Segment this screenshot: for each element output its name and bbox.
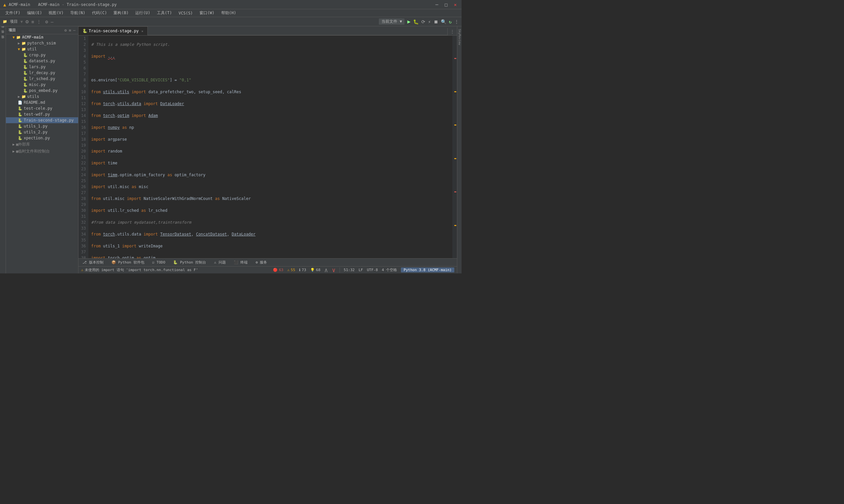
tree-item-train-second[interactable]: 🐍 Train-second-stage.py bbox=[6, 117, 78, 123]
folder-utils-icon: ▶ bbox=[18, 94, 20, 99]
scroll-up-icon[interactable]: ∧ bbox=[324, 267, 328, 273]
code-line-8: import numpy as np bbox=[91, 125, 450, 130]
ln-2: 2 bbox=[81, 41, 86, 48]
sidebar-tab-structure[interactable]: 结构 bbox=[0, 29, 5, 32]
menu-run[interactable]: 运行(U) bbox=[133, 10, 153, 16]
window-controls: ─ □ ✕ bbox=[434, 2, 458, 7]
tree-item-utils2[interactable]: 🐍 utils_2.py bbox=[6, 129, 78, 135]
tree-item-temp-files[interactable]: ▶ ▩ 临时文件和控制台 bbox=[6, 148, 78, 155]
tree-label-lars: lars.py bbox=[29, 65, 46, 69]
ext-libs-indicator: ▩ bbox=[16, 142, 18, 147]
menu-code[interactable]: 代码(C) bbox=[89, 10, 110, 16]
menu-help[interactable]: 帮助(H) bbox=[219, 10, 239, 16]
menu-vcs[interactable]: VCS(S) bbox=[176, 10, 195, 16]
sidebar-tab-bookmark[interactable]: 书签 bbox=[0, 34, 5, 37]
menu-dots[interactable]: ⋮ bbox=[454, 19, 459, 24]
tree-item-lr-sched[interactable]: 🐍 lr_sched.py bbox=[6, 76, 78, 82]
scroll-down-icon[interactable]: ∨ bbox=[332, 267, 335, 273]
restore-button[interactable]: □ bbox=[443, 2, 449, 7]
tree-item-pos-embed[interactable]: 🐍 pos_embed.py bbox=[6, 88, 78, 93]
tab-file-icon: 🐍 bbox=[82, 29, 87, 33]
tree-item-utils[interactable]: ▶ 📁 utils bbox=[6, 93, 78, 100]
tree-label-pytorch-ssim: pytorch_ssim bbox=[28, 41, 56, 46]
cursor-position[interactable]: 51:32 bbox=[344, 268, 355, 272]
filetree-collapse-icon[interactable]: — bbox=[73, 28, 75, 33]
settings-icon[interactable]: ⚙ bbox=[25, 18, 29, 25]
tree-item-readme[interactable]: 📄 README.md bbox=[6, 100, 78, 105]
python-version-indicator[interactable]: Python 3.8 (ACMF-main) bbox=[401, 268, 454, 272]
indent[interactable]: 4 个空格 bbox=[382, 268, 397, 272]
hide-icon[interactable]: — bbox=[51, 19, 53, 24]
encoding[interactable]: UTF-8 bbox=[367, 268, 378, 272]
filetree-actions: ⚙ ≡ — bbox=[64, 28, 75, 33]
tree-item-xpection[interactable]: 🐍 xpection.py bbox=[6, 135, 78, 141]
tree-item-util[interactable]: ▼ 📁 util bbox=[6, 46, 78, 52]
bottom-tab-terminal[interactable]: ⬛ 终端 bbox=[232, 259, 249, 266]
tab-close-button[interactable]: ✕ bbox=[141, 29, 143, 33]
tree-item-crop[interactable]: 🐍 crop.py bbox=[6, 52, 78, 58]
ln-14: 14 bbox=[81, 113, 86, 119]
menu-view[interactable]: 视图(V) bbox=[46, 10, 66, 16]
code-line-2: import ... bbox=[91, 53, 450, 59]
tree-item-datasets[interactable]: 🐍 datasets.py bbox=[6, 58, 78, 64]
menu-refactor[interactable]: 重构(B) bbox=[111, 10, 131, 16]
filetree-settings-icon[interactable]: ⚙ bbox=[64, 28, 67, 33]
bottom-tab-problems[interactable]: ⚠ 问题 bbox=[213, 259, 227, 266]
tree-item-external-libs[interactable]: ▶ ▩ 外部库 bbox=[6, 141, 78, 148]
py-xpection-icon: 🐍 bbox=[18, 136, 22, 140]
ln-21: 21 bbox=[81, 154, 86, 160]
collapse-icon[interactable]: ⋮ bbox=[37, 19, 41, 24]
py-posembed-icon: 🐍 bbox=[23, 89, 28, 93]
debug-button[interactable]: 🐛 bbox=[413, 19, 419, 24]
menu-edit[interactable]: 编辑(E) bbox=[24, 10, 45, 16]
tree-item-acmf[interactable]: ▼ 📁 ACMF-main bbox=[6, 34, 78, 40]
code-line-3 bbox=[91, 65, 450, 71]
menu-navigate[interactable]: 导航(N) bbox=[68, 10, 88, 16]
tree-item-lars[interactable]: 🐍 lars.py bbox=[6, 64, 78, 70]
search-button[interactable]: 🔍 bbox=[441, 19, 446, 24]
sync-button[interactable]: ↻ bbox=[449, 19, 452, 24]
menu-window[interactable]: 窗口(W) bbox=[197, 10, 217, 16]
menu-file[interactable]: 文件(F) bbox=[3, 10, 23, 16]
menu-tools[interactable]: 工具(T) bbox=[154, 10, 175, 16]
close-button[interactable]: ✕ bbox=[452, 2, 458, 7]
code-content[interactable]: # This is a sample Python script. import… bbox=[88, 36, 452, 258]
title-file: Train-second-stage.py bbox=[67, 2, 117, 7]
tree-item-pytorch-ssim[interactable]: ▶ 📁 pytorch_ssim bbox=[6, 40, 78, 46]
tree-item-lr-decay[interactable]: 🐍 lr_decay.py bbox=[6, 70, 78, 76]
temp-files-icon: ▶ bbox=[13, 149, 15, 154]
stop-button[interactable]: ⏹ bbox=[433, 19, 438, 24]
ln-32: 32 bbox=[81, 219, 86, 225]
tree-item-test-cele[interactable]: 🐍 test-cele.py bbox=[6, 105, 78, 111]
expand-icon[interactable]: ≡ bbox=[31, 19, 34, 24]
code-line-9: import argparse bbox=[91, 137, 450, 142]
tab-train-second[interactable]: 🐍 Train-second-stage.py ✕ bbox=[79, 26, 148, 35]
bottom-tab-todo[interactable]: ☑ TODO bbox=[151, 259, 167, 265]
bottom-tab-python-packages[interactable]: 📦 Python 软件包 bbox=[110, 259, 146, 266]
tree-item-misc[interactable]: 🐍 misc.py bbox=[6, 82, 78, 88]
tab-menu-button[interactable]: ⋮ bbox=[447, 28, 457, 35]
bottom-tab-vcs[interactable]: ⎇ 版本控制 bbox=[81, 259, 105, 266]
tree-item-test-wdf[interactable]: 🐍 test-wdf.py bbox=[6, 111, 78, 117]
code-line-14: from util.misc import NativeScalerWithGr… bbox=[91, 196, 450, 202]
right-sidebar-review[interactable]: SkyReview bbox=[458, 29, 461, 45]
tree-label-misc: misc.py bbox=[29, 82, 46, 87]
run-button[interactable]: ▶ bbox=[407, 18, 411, 25]
ln-37: 37 bbox=[81, 249, 86, 255]
bottom-tab-services[interactable]: ⚙ 服务 bbox=[254, 259, 269, 266]
tab-spacer bbox=[148, 35, 447, 35]
gear-icon[interactable]: ⚙ bbox=[45, 19, 48, 24]
coverage-button[interactable]: ⟳ bbox=[421, 19, 425, 24]
line-separator[interactable]: LF bbox=[359, 268, 363, 272]
tree-item-utils1[interactable]: 🐍 utils_1.py bbox=[6, 123, 78, 129]
minimize-button[interactable]: ─ bbox=[434, 2, 440, 7]
right-gutter bbox=[452, 36, 457, 258]
bottom-tab-python-console[interactable]: 🐍 Python 控制台 bbox=[172, 259, 207, 266]
folder-collapse-icon: ▶ bbox=[18, 41, 20, 46]
sidebar-tab-notify[interactable]: 通知 bbox=[0, 39, 5, 42]
vcs-icon: ⎇ bbox=[82, 260, 87, 265]
code-editor[interactable]: 1 2 3 4 5 6 7 8 9 10 11 12 13 14 15 16 1 bbox=[79, 36, 457, 258]
filetree-expand-icon[interactable]: ≡ bbox=[69, 28, 71, 33]
profile-button[interactable]: ⚡ bbox=[428, 19, 431, 24]
current-file-button[interactable]: 当前文件 ▼ bbox=[379, 18, 404, 25]
